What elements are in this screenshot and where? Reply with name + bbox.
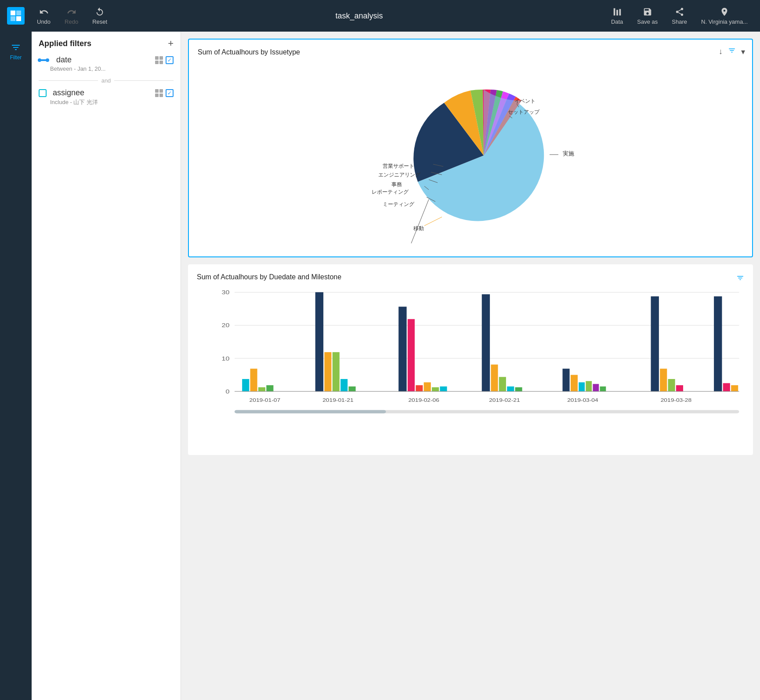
filter-assignee-checkbox[interactable]: ✓ [166,89,174,97]
svg-rect-52 [499,377,506,391]
chart1-download-icon[interactable]: ↓ [719,47,723,56]
filter-item-date: date ✓ Between - Jan 1, 20... [39,55,174,72]
svg-text:実施: 実施 [563,150,574,157]
svg-text:エンジニアリング: エンジニアリング [378,172,421,178]
content-area: Sum of Actualhours by Issuetype ↓ ▾ [181,32,760,700]
svg-rect-41 [333,352,340,391]
svg-rect-48 [432,387,439,391]
svg-rect-37 [258,387,265,391]
filter-assignee-name: assignee [53,88,84,97]
svg-rect-47 [424,382,431,392]
filter-panel-header: Applied filters + [39,39,174,48]
filter-date-controls: ✓ [155,56,174,64]
svg-rect-59 [593,384,599,391]
bar-chart-container: 30 20 10 0 [197,288,744,446]
chart-card-pie: Sum of Actualhours by Issuetype ↓ ▾ [188,39,753,257]
undo-button[interactable]: Undo [32,5,56,27]
chart1-controls: ↓ ▾ [719,47,745,57]
filter-panel-title: Applied filters [39,39,91,48]
svg-rect-50 [482,294,490,391]
chart1-expand-icon[interactable]: ▾ [741,47,745,57]
svg-rect-55 [563,369,570,392]
chart1-filter-icon[interactable] [728,47,736,57]
pie-chart-container: 実施 ドキュメンテーション 移動 ミーティング レポーティング 事務 エンジニア… [198,63,743,248]
svg-rect-64 [676,385,683,391]
pie-chart-svg: 実施 ドキュメンテーション 移動 ミーティング レポーティング 事務 エンジニア… [343,68,598,243]
filter-assignee-grid-icon[interactable] [155,89,163,97]
svg-rect-63 [668,379,675,391]
svg-text:2019-03-28: 2019-03-28 [661,397,691,403]
svg-rect-57 [579,382,585,392]
svg-rect-46 [416,385,423,391]
svg-rect-3 [16,16,21,21]
filter-date-subtitle: Between - Jan 1, 20... [50,65,174,72]
saveas-button[interactable]: Save as [632,5,663,27]
svg-rect-43 [349,386,356,391]
svg-rect-1 [16,11,21,15]
svg-rect-45 [408,319,415,392]
svg-rect-35 [242,379,249,391]
svg-text:2019-01-21: 2019-01-21 [322,397,353,403]
location-button[interactable]: N. Virginia yama... [696,5,753,27]
svg-text:営業サポート: 営業サポート [383,163,414,169]
svg-rect-76 [235,410,386,414]
svg-text:0: 0 [226,388,230,394]
svg-rect-2 [11,16,15,21]
filter-divider: and [39,77,174,84]
filter-assignee-header: assignee ✓ [39,88,174,97]
svg-rect-44 [398,307,406,391]
svg-rect-40 [324,352,331,391]
chart2-filter-icon[interactable] [736,274,744,284]
filter-date-checkbox[interactable]: ✓ [166,56,174,64]
svg-text:レポーティング: レポーティング [372,189,409,195]
svg-rect-67 [731,385,738,391]
filter-item-assignee: assignee ✓ Include - 山下 光洋 [39,88,174,106]
svg-rect-61 [651,296,659,391]
svg-rect-38 [266,385,273,391]
filter-assignee-controls: ✓ [155,89,174,97]
svg-rect-58 [586,381,592,392]
filter-panel: Applied filters + date ✓ [32,32,181,700]
svg-text:10: 10 [222,355,230,361]
svg-rect-56 [571,375,578,392]
svg-text:2019-02-06: 2019-02-06 [408,397,439,403]
svg-rect-49 [440,386,447,391]
share-button[interactable]: Share [666,5,692,27]
svg-rect-65 [714,296,722,391]
svg-text:2019-02-21: 2019-02-21 [489,397,520,403]
svg-rect-60 [600,386,606,391]
svg-rect-42 [340,379,347,391]
sidebar: Filter [0,32,32,700]
svg-text:移動: 移動 [413,225,424,231]
svg-rect-36 [250,369,257,392]
filter-date-header: date ✓ [39,55,174,65]
svg-rect-5 [616,10,618,15]
svg-text:20: 20 [222,322,230,328]
reset-button[interactable]: Reset [87,5,112,27]
svg-text:セットアップ: セットアップ [508,109,540,115]
svg-rect-4 [613,8,615,15]
data-button[interactable]: Data [606,5,628,27]
svg-rect-6 [619,9,621,15]
svg-rect-62 [660,369,667,392]
filter-add-button[interactable]: + [168,39,174,48]
svg-text:2019-03-04: 2019-03-04 [567,397,598,403]
chart2-title: Sum of Actualhours by Duedate and Milest… [197,273,341,281]
redo-button[interactable]: Redo [59,5,83,27]
filter-date-grid-icon[interactable] [155,56,163,64]
svg-text:事務: 事務 [391,181,402,188]
filter-date-name: date [56,55,72,65]
chart1-title: Sum of Actualhours by Issuetype [198,48,743,56]
filter-assignee-icon [39,89,47,97]
sidebar-filter-button[interactable]: Filter [7,39,25,64]
svg-rect-51 [491,364,498,391]
svg-rect-0 [11,11,15,15]
svg-rect-39 [315,292,323,391]
svg-rect-54 [515,387,522,391]
chart-card-bar: Sum of Actualhours by Duedate and Milest… [188,264,753,455]
svg-text:ミーティング: ミーティング [383,201,415,207]
bar-chart-svg: 30 20 10 0 [214,288,744,429]
svg-rect-53 [507,386,514,391]
topnav: Undo Redo Reset task_analysis Data Save … [0,0,760,32]
filter-assignee-subtitle: Include - 山下 光洋 [50,98,174,106]
